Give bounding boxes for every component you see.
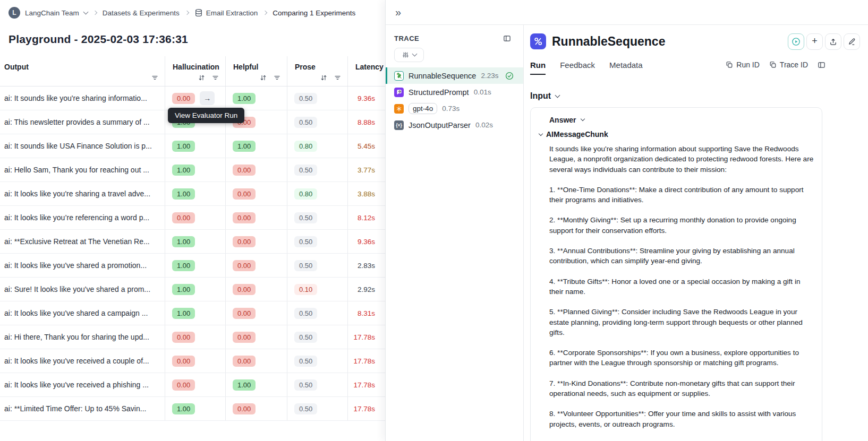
helpful-cell: 0.00 (225, 325, 287, 349)
table-row[interactable]: ai: It looks like you’re referencing a w… (0, 206, 420, 230)
message-paragraph: 5. **Planned Giving**: Consider includin… (549, 307, 816, 338)
message-paragraph: 2. **Monthly Giving**: Set up a recurrin… (549, 215, 816, 236)
column-header-prose[interactable]: Prose (287, 56, 347, 86)
hallucination-cell: 1.00 (165, 158, 225, 181)
sliders-icon (402, 51, 409, 58)
output-cell: ai: It looks like you’re referencing a w… (0, 206, 165, 229)
add-button[interactable]: + (806, 33, 823, 50)
prose-score-badge: 0.50 (294, 236, 317, 247)
json-parser-icon: {×} (394, 120, 404, 130)
hallucination-score-badge: 0.00 (172, 93, 195, 104)
ai-message-chunk-toggle[interactable]: AIMessageChunk (539, 130, 813, 139)
message-paragraph: 1. **One-Time Donations**: Make a direct… (549, 185, 816, 205)
table-row[interactable]: ai: It looks like you've received a phis… (0, 373, 420, 397)
latency-value: 8.12s (358, 214, 375, 222)
trace-filter-button[interactable] (394, 48, 424, 62)
input-section-header[interactable]: Input (530, 91, 868, 101)
collapse-panel-icon[interactable]: » (395, 7, 400, 18)
trace-panel: TRACE RunnableSequence2.23sStructuredPro… (386, 25, 524, 441)
column-label: Output (4, 63, 29, 71)
prose-score-badge: 0.50 (294, 308, 317, 319)
column-controls (320, 74, 341, 81)
copy-run-id-button[interactable]: Run ID (726, 60, 760, 69)
trace-item-duration: 0.73s (442, 105, 459, 113)
filter-icon[interactable] (151, 74, 158, 81)
table-body: ai: It sounds like you're sharing inform… (0, 87, 420, 421)
trace-item-jsonoutputparser[interactable]: {×}JsonOutputParser0.02s (386, 117, 523, 133)
input-label: Input (530, 91, 551, 101)
tab-metadata[interactable]: Metadata (609, 60, 643, 74)
output-cell: ai: It looks like you've shared a campai… (0, 301, 165, 325)
tab-run[interactable]: Run (530, 60, 546, 75)
table-row[interactable]: ai: It sounds like USA Finance Solution … (0, 134, 420, 158)
table-row[interactable]: ai: It sounds like you're sharing inform… (0, 87, 420, 110)
hallucination-score-badge: 1.00 (172, 141, 195, 152)
trace-item-structuredprompt[interactable]: StructuredPrompt0.01s (386, 84, 523, 100)
latency-value: 9.36s (358, 238, 375, 246)
helpful-score-badge: 0.00 (233, 356, 256, 367)
prose-cell: 0.50 (287, 158, 347, 181)
output-cell: ai: This newsletter provides a summary o… (0, 110, 165, 134)
trace-view-toggle-icon[interactable] (503, 34, 511, 42)
column-header-output[interactable]: Output (0, 56, 165, 86)
chevron-down-icon (580, 117, 584, 121)
copy-trace-id-button[interactable]: Trace ID (769, 60, 808, 69)
view-evaluator-run-button[interactable]: → (200, 91, 215, 105)
breadcrumb-separator-icon (263, 11, 267, 15)
table-row[interactable]: ai: **Exclusive Retreat at The Venetian … (0, 230, 420, 254)
filter-icon[interactable] (334, 74, 341, 81)
breadcrumb-separator-icon (93, 11, 97, 15)
helpful-score-badge: 1.00 (233, 379, 256, 391)
detail-tabs: Run Feedback Metadata Run ID (530, 60, 868, 77)
table-row[interactable]: ai: Hello Sam, Thank you for reaching ou… (0, 158, 420, 182)
sort-icon[interactable] (320, 74, 327, 81)
prose-cell: 0.50 (287, 325, 347, 349)
table-row[interactable]: ai: **Limited Time Offer: Up to 45% Savi… (0, 397, 420, 421)
hallucination-cell: 0.00 (165, 349, 225, 373)
breadcrumb-team[interactable]: LangChain Team (25, 9, 79, 17)
helpful-cell: 0.00 (225, 206, 287, 229)
chevron-down-icon[interactable] (83, 9, 88, 14)
trace-item-runnablesequence[interactable]: RunnableSequence2.23s (386, 67, 523, 84)
tab-feedback[interactable]: Feedback (560, 60, 595, 74)
column-label: Helpful (233, 63, 258, 71)
prose-score-badge: 0.50 (294, 356, 317, 367)
sort-icon[interactable] (260, 74, 267, 81)
detail-panel-toggle-icon[interactable] (818, 61, 826, 69)
edit-pencil-button[interactable] (844, 33, 860, 50)
table-row[interactable]: ai: It looks like you've shared a promot… (0, 254, 420, 278)
filter-icon[interactable] (212, 74, 219, 81)
play-run-button[interactable] (788, 33, 804, 50)
column-header-helpful[interactable]: Helpful (225, 56, 287, 86)
table-row[interactable]: ai: It looks like you've received a coup… (0, 349, 420, 373)
run-id-label: Run ID (736, 60, 760, 69)
latency-value: 3.77s (358, 166, 375, 174)
prompt-icon (394, 88, 404, 97)
hallucination-cell: 1.00 (165, 230, 225, 253)
column-header-hallucination[interactable]: Hallucination (165, 56, 225, 86)
trace-item-gpt-4o[interactable]: gpt-4o0.73s (386, 100, 523, 117)
helpful-score-badge: 0.00 (233, 332, 256, 343)
prose-cell: 0.50 (287, 373, 347, 396)
table-row[interactable]: ai: It looks like you've shared a campai… (0, 301, 420, 325)
share-upload-button[interactable] (825, 33, 841, 50)
filter-icon[interactable] (274, 74, 280, 81)
breadcrumb-datasets[interactable]: Datasets & Experiments (103, 9, 180, 17)
answer-label: Answer (549, 116, 576, 124)
helpful-score-badge: 0.00 (233, 308, 256, 319)
prose-score-badge: 0.50 (294, 93, 317, 104)
table-row[interactable]: ai: Sure! It looks like you've shared a … (0, 278, 420, 301)
table-row[interactable]: ai: It looks like you're sharing a trave… (0, 182, 420, 206)
breadcrumb-separator-icon (184, 11, 189, 15)
table-row[interactable]: ai: Hi there, Thank you for sharing the … (0, 325, 420, 349)
message-paragraph: It sounds like you're sharing informatio… (549, 144, 816, 175)
team-avatar[interactable]: L (8, 7, 20, 19)
sort-icon[interactable] (198, 74, 205, 81)
prose-cell: 0.80 (287, 134, 347, 158)
trace-item-name: StructuredPrompt (409, 88, 469, 97)
answer-toggle[interactable]: Answer (549, 116, 813, 124)
message-paragraph: 6. **Corporate Sponsorships**: If you ow… (549, 348, 816, 368)
column-label: Latency (355, 63, 384, 71)
breadcrumb-dataset[interactable]: Email Extraction (206, 9, 258, 17)
message-paragraph: 8. **Volunteer Opportunities**: Offer yo… (549, 409, 816, 429)
